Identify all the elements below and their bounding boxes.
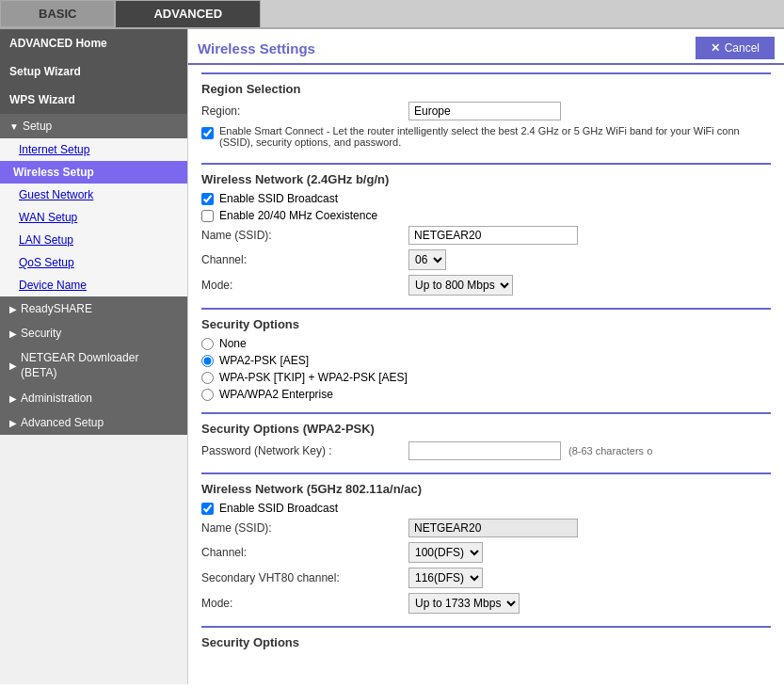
enable-ssid-broadcast-5g-row: Enable SSID Broadcast — [201, 502, 771, 515]
channel-5g-label: Channel: — [201, 546, 408, 559]
sidebar-section-readyshare[interactable]: ▶ ReadySHARE — [0, 296, 187, 321]
radio-none-input[interactable] — [201, 338, 214, 350]
radio-wpa-wpa2-enterprise-input[interactable] — [201, 389, 214, 401]
password-hint: (8-63 characters o — [568, 445, 652, 456]
enable-2040-label: Enable 20/40 MHz Coexistence — [219, 209, 377, 222]
tab-advanced[interactable]: ADVANCED — [115, 0, 261, 27]
channel-label: Channel: — [201, 253, 408, 266]
region-field-row: Region: — [201, 102, 771, 120]
ssid-label: Name (SSID): — [201, 229, 408, 242]
wireless-24-section: Wireless Network (2.4GHz b/g/n) Enable S… — [201, 163, 771, 308]
smart-connect-text: Enable Smart Connect - Let the router in… — [219, 125, 771, 148]
sidebar-item-advanced-home[interactable]: ADVANCED Home — [0, 29, 187, 57]
sidebar-section-security[interactable]: ▶ Security — [0, 321, 187, 345]
radio-wpa-wpa2-enterprise: WPA/WPA2 Enterprise — [201, 388, 771, 401]
radio-none: None — [201, 337, 771, 350]
mode-5g-select[interactable]: Up to 54 Mbps Up to 300 Mbps Up to 1733 … — [408, 593, 520, 614]
chevron-right-icon: ▶ — [9, 304, 17, 314]
security-radio-group: None WPA2-PSK [AES] WPA-PSK [TKIP] + WPA… — [201, 337, 771, 401]
sidebar-item-wireless-setup[interactable]: Wireless Setup — [0, 161, 187, 184]
secondary-vht80-field-row: Secondary VHT80 channel: Auto 116(DFS) 1… — [201, 568, 771, 588]
radio-wpa2-psk-aes: WPA2-PSK [AES] — [201, 354, 771, 367]
sidebar-item-qos-setup[interactable]: QoS Setup — [0, 251, 187, 274]
tab-basic[interactable]: BASIC — [0, 0, 115, 27]
mode-field-row: Mode: Up to 54 Mbps Up to 300 Mbps Up to… — [201, 275, 771, 296]
sidebar-item-wan-setup[interactable]: WAN Setup — [0, 206, 187, 229]
ssid-5g-input[interactable] — [408, 519, 578, 537]
chevron-down-icon: ▼ — [9, 121, 19, 132]
password-label: Password (Network Key) : — [201, 444, 408, 457]
sidebar-section-netgear-downloader[interactable]: ▶ NETGEAR Downloader (BETA) — [0, 345, 187, 386]
mode-label: Mode: — [201, 279, 408, 292]
channel-5g-select[interactable]: Auto36404448 100(DFS)104(DFS)108(DFS)112… — [408, 542, 483, 563]
smart-connect-row: Enable Smart Connect - Let the router in… — [201, 125, 771, 148]
content-area: Wireless Settings ✕ Cancel Region Select… — [188, 29, 784, 684]
security-options-5g-section: Security Options — [201, 626, 771, 663]
chevron-right-icon: ▶ — [9, 418, 17, 428]
chevron-right-icon: ▶ — [9, 360, 17, 372]
channel-field-row: Channel: 0102030405 060708091011 — [201, 249, 771, 270]
radio-wpa-psk-wpa2-psk: WPA-PSK [TKIP] + WPA2-PSK [AES] — [201, 371, 771, 384]
sidebar-section-setup[interactable]: ▼ Setup — [0, 114, 187, 138]
region-section: Region Selection Region: Enable Smart Co… — [201, 72, 771, 163]
radio-none-label: None — [219, 337, 247, 350]
password-field-row: Password (Network Key) : (8-63 character… — [201, 441, 771, 460]
enable-ssid-broadcast-row: Enable SSID Broadcast — [201, 192, 771, 205]
radio-wpa2-psk-aes-input[interactable] — [201, 355, 214, 367]
sidebar-item-guest-network[interactable]: Guest Network — [0, 184, 187, 206]
radio-wpa-psk-wpa2-psk-label: WPA-PSK [TKIP] + WPA2-PSK [AES] — [219, 371, 408, 384]
wireless-5g-title: Wireless Network (5GHz 802.11a/n/ac) — [201, 482, 771, 496]
enable-ssid-broadcast-label: Enable SSID Broadcast — [219, 192, 338, 205]
sidebar: ADVANCED Home Setup Wizard WPS Wizard ▼ … — [0, 29, 188, 684]
chevron-right-icon: ▶ — [9, 328, 17, 339]
sidebar-item-device-name[interactable]: Device Name — [0, 274, 187, 296]
chevron-right-icon: ▶ — [9, 393, 17, 404]
security-options-section: Security Options None WPA2-PSK [AES] WPA… — [201, 308, 771, 412]
radio-wpa-psk-wpa2-psk-input[interactable] — [201, 372, 214, 384]
mode-5g-label: Mode: — [201, 597, 408, 610]
ssid-5g-field-row: Name (SSID): — [201, 519, 771, 537]
sidebar-item-setup-wizard[interactable]: Setup Wizard — [0, 57, 187, 86]
channel-5g-field-row: Channel: Auto36404448 100(DFS)104(DFS)10… — [201, 542, 771, 563]
security-wpa2-title: Security Options (WPA2-PSK) — [201, 422, 771, 436]
sidebar-item-wps-wizard[interactable]: WPS Wizard — [0, 86, 187, 114]
secondary-vht80-select[interactable]: Auto 116(DFS) 132(DFS) 149 157 — [408, 568, 483, 588]
region-input[interactable] — [408, 102, 561, 120]
sidebar-section-advanced-setup[interactable]: ▶ Advanced Setup — [0, 410, 187, 435]
region-label: Region: — [201, 104, 408, 118]
content-body: Region Selection Region: Enable Smart Co… — [188, 65, 784, 670]
content-header: Wireless Settings ✕ Cancel — [188, 29, 784, 65]
channel-select[interactable]: 0102030405 060708091011 — [408, 249, 446, 270]
top-tabs: BASIC ADVANCED — [0, 0, 784, 29]
security-wpa2-section: Security Options (WPA2-PSK) Password (Ne… — [201, 412, 771, 472]
ssid-field-row: Name (SSID): — [201, 226, 771, 245]
ssid-input[interactable] — [408, 226, 578, 245]
sidebar-setup-children: Internet Setup Wireless Setup Guest Netw… — [0, 138, 187, 296]
enable-2040-checkbox[interactable] — [201, 210, 214, 222]
enable-ssid-broadcast-5g-checkbox[interactable] — [201, 503, 214, 515]
smart-connect-checkbox[interactable] — [201, 127, 214, 139]
region-section-title: Region Selection — [201, 82, 771, 96]
mode-select[interactable]: Up to 54 Mbps Up to 300 Mbps Up to 800 M… — [408, 275, 513, 296]
wireless-24-title: Wireless Network (2.4GHz b/g/n) — [201, 172, 771, 186]
page-title: Wireless Settings — [198, 40, 315, 56]
sidebar-item-internet-setup[interactable]: Internet Setup — [0, 138, 187, 161]
enable-ssid-broadcast-5g-label: Enable SSID Broadcast — [219, 502, 338, 515]
enable-2040-row: Enable 20/40 MHz Coexistence — [201, 209, 771, 222]
secondary-vht80-label: Secondary VHT80 channel: — [201, 571, 408, 584]
sidebar-section-administration[interactable]: ▶ Administration — [0, 386, 187, 410]
radio-wpa2-psk-aes-label: WPA2-PSK [AES] — [219, 354, 309, 367]
sidebar-item-lan-setup[interactable]: LAN Setup — [0, 229, 187, 251]
security-options-title: Security Options — [201, 317, 771, 331]
mode-5g-field-row: Mode: Up to 54 Mbps Up to 300 Mbps Up to… — [201, 593, 771, 614]
security-options-5g-title: Security Options — [201, 635, 771, 649]
wireless-5g-section: Wireless Network (5GHz 802.11a/n/ac) Ena… — [201, 472, 771, 626]
enable-ssid-broadcast-checkbox[interactable] — [201, 193, 214, 205]
ssid-5g-label: Name (SSID): — [201, 521, 408, 535]
radio-wpa-wpa2-enterprise-label: WPA/WPA2 Enterprise — [219, 388, 333, 401]
cancel-button[interactable]: ✕ Cancel — [696, 37, 775, 59]
password-input[interactable] — [408, 441, 561, 460]
main-layout: ADVANCED Home Setup Wizard WPS Wizard ▼ … — [0, 29, 784, 684]
close-icon: ✕ — [711, 41, 720, 55]
